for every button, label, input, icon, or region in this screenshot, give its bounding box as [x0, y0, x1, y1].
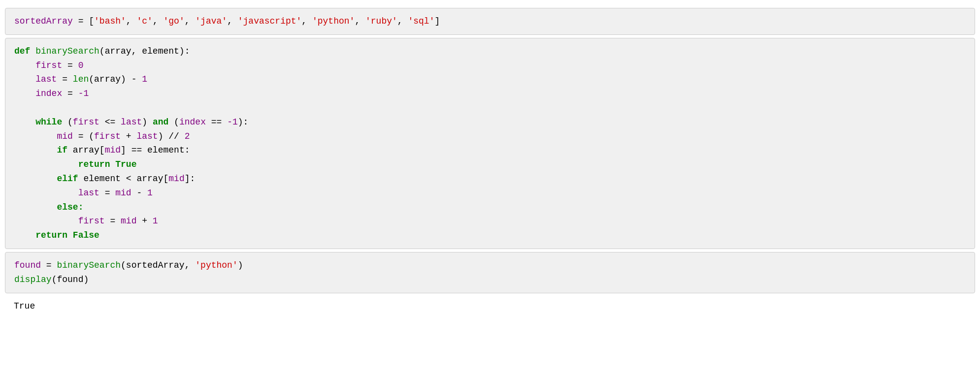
index-assign: index = -1 — [14, 89, 89, 98]
elif-line: elif element < array[mid]: — [14, 174, 195, 184]
binary-search-block: def binarySearch(array, element): first … — [5, 38, 975, 249]
if-line: if array[mid] == element: — [14, 145, 190, 155]
def-line: def binarySearch(array, element): — [14, 46, 190, 56]
last-assign: last = len(array) - 1 — [14, 74, 147, 84]
display-line: display(found) — [14, 275, 89, 284]
sorted-array-line: sortedArray = ['bash', 'c', 'go', 'java'… — [14, 16, 440, 26]
call-block: found = binarySearch(sortedArray, 'pytho… — [5, 252, 975, 293]
true-output: True — [14, 301, 35, 311]
app-container: sortedArray = ['bash', 'c', 'go', 'java'… — [0, 8, 980, 316]
sorted-array-block: sortedArray = ['bash', 'c', 'go', 'java'… — [5, 8, 975, 35]
return-true-line: return True — [14, 159, 136, 169]
first-mid-line: first = mid + 1 — [14, 216, 158, 226]
mid-assign: mid = (first + last) // 2 — [14, 131, 190, 141]
first-assign: first = 0 — [14, 61, 83, 70]
found-line: found = binarySearch(sortedArray, 'pytho… — [14, 260, 243, 270]
while-line: while (first <= last) and (index == -1): — [14, 117, 248, 127]
output-block: True — [5, 296, 975, 316]
else-line: else: — [14, 202, 83, 212]
return-false-line: return False — [14, 230, 99, 240]
last-mid-line: last = mid - 1 — [14, 188, 153, 198]
